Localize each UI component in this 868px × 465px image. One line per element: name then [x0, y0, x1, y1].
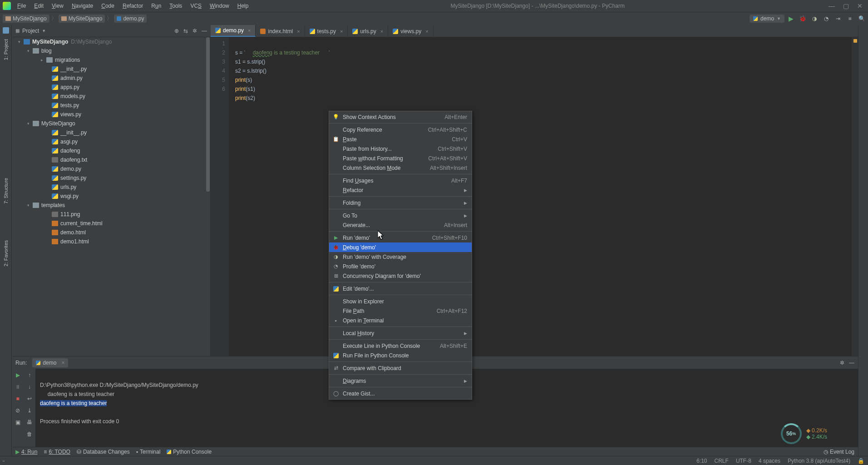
menu-edit[interactable]: Edit	[30, 1, 47, 11]
debug-button[interactable]: 🐞	[799, 15, 806, 22]
context-menu-item[interactable]: 💡Show Context ActionsAlt+Enter	[329, 112, 472, 122]
tree-item[interactable]: ▸migrations	[12, 55, 210, 64]
chevron-down-icon[interactable]: ▼	[42, 29, 46, 33]
scrollbar-thumb[interactable]	[206, 37, 210, 192]
tree-scrollbar[interactable]	[206, 37, 210, 356]
context-menu-item[interactable]: File PathCtrl+Alt+F12	[329, 306, 472, 316]
tool-favorites[interactable]: 2: Favorites	[3, 238, 9, 268]
tab-python-console[interactable]: Python Console	[167, 449, 212, 455]
editor-tab[interactable]: index.html×	[256, 26, 305, 37]
menu-navigate[interactable]: Navigate	[68, 1, 97, 11]
context-menu-item[interactable]: Refactor▶	[329, 185, 472, 195]
tree-item[interactable]: tests.py	[12, 101, 210, 110]
context-menu-item[interactable]: Execute Line in Python ConsoleAlt+Shift+…	[329, 341, 472, 351]
resume-icon[interactable]: ⏸	[14, 383, 21, 391]
menu-vcs[interactable]: VCS	[187, 1, 205, 11]
tool-project[interactable]: 1: Project	[3, 37, 9, 62]
delete-icon[interactable]: 🗑	[26, 430, 33, 438]
context-menu-item[interactable]: Find UsagesAlt+F7	[329, 176, 472, 185]
editor-tab[interactable]: views.py×	[388, 26, 433, 37]
status-indent[interactable]: 4 spaces	[759, 458, 780, 464]
scroll-end-icon[interactable]: ⤓	[26, 407, 33, 414]
warning-marker[interactable]	[853, 39, 857, 43]
menu-code[interactable]: Code	[98, 1, 118, 11]
coverage-button[interactable]: ◑	[811, 15, 818, 22]
attach-button[interactable]: ⇥	[834, 15, 842, 22]
soft-wrap-icon[interactable]: ↩	[26, 395, 33, 402]
context-menu-item[interactable]: ▪Open in Terminal	[329, 316, 472, 325]
breadcrumb-root[interactable]: MySiteDjango	[3, 15, 49, 23]
hide-icon[interactable]: —	[849, 360, 854, 366]
editor-tab[interactable]: urls.py×	[348, 26, 388, 37]
hide-icon[interactable]: —	[202, 28, 207, 34]
rerun-icon[interactable]: ▶	[14, 371, 21, 379]
tree-arrow-icon[interactable]: ▸	[41, 58, 46, 62]
lock-icon[interactable]: 🔒	[858, 458, 864, 464]
context-menu-item[interactable]: Run File in Python Console	[329, 351, 472, 360]
run-tab-demo[interactable]: demo ×	[32, 358, 68, 367]
editor-tab[interactable]: tests.py×	[305, 26, 348, 37]
status-interpreter[interactable]: Python 3.8 (apiAutoTest4)	[788, 458, 850, 464]
chevron-down-icon[interactable]: ▾	[18, 40, 24, 44]
tab-event-log[interactable]: ◷Event Log	[824, 449, 854, 455]
tree-item[interactable]: ▾templates	[12, 201, 210, 210]
run-button[interactable]: ▶	[787, 15, 794, 22]
tree-item[interactable]: current_time.html	[12, 219, 210, 228]
context-menu-item[interactable]: ◔Profile 'demo'	[329, 262, 472, 271]
tree-item[interactable]: __init__.py	[12, 128, 210, 137]
tree-arrow-icon[interactable]: ▾	[27, 121, 33, 126]
tree-item[interactable]: settings.py	[12, 173, 210, 183]
close-icon[interactable]: ×	[297, 29, 300, 34]
locate-icon[interactable]: ⊕	[174, 28, 179, 34]
context-menu-item[interactable]: ▶Run 'demo'Ctrl+Shift+F10	[329, 233, 472, 242]
context-menu-item[interactable]: ⇄Compare with Clipboard	[329, 363, 472, 373]
tree-item[interactable]: ▾blog	[12, 46, 210, 55]
gear-icon[interactable]: ✲	[840, 360, 844, 366]
context-menu-item[interactable]: Local History▶	[329, 328, 472, 338]
context-menu-item[interactable]: Go To▶	[329, 211, 472, 220]
gear-icon[interactable]: ✲	[192, 28, 197, 34]
menu-run[interactable]: Run	[148, 1, 165, 11]
menu-window[interactable]: Window	[206, 1, 233, 11]
search-everywhere-icon[interactable]: 🔍	[858, 15, 865, 22]
menu-refactor[interactable]: Refactor	[119, 1, 147, 11]
tool-structure[interactable]: 7: Structure	[3, 176, 9, 206]
maximize-icon[interactable]: ▢	[843, 2, 849, 10]
tree-item[interactable]: ▾MySiteDjango	[12, 119, 210, 128]
editor-tab[interactable]: demo.py×	[211, 25, 256, 37]
status-eol[interactable]: CRLF	[715, 458, 729, 464]
close-icon[interactable]: ×	[425, 29, 428, 34]
context-menu-item[interactable]: ◑Run 'demo' with Coverage	[329, 252, 472, 262]
tool-windows-icon[interactable]: ▫	[3, 458, 5, 464]
tab-run[interactable]: ▶4: Run	[15, 449, 37, 455]
context-menu-item[interactable]: Folding▶	[329, 198, 472, 208]
tree-item[interactable]: wsgi.py	[12, 192, 210, 201]
stop-button[interactable]: ■	[846, 15, 853, 22]
context-menu-item[interactable]: Column Selection ModeAlt+Shift+Insert	[329, 163, 472, 173]
context-menu-item[interactable]: Paste without FormattingCtrl+Alt+Shift+V	[329, 153, 472, 163]
stop-icon[interactable]: ■	[14, 395, 21, 402]
tree-item[interactable]: apps.py	[12, 83, 210, 92]
tree-item[interactable]: urls.py	[12, 183, 210, 192]
status-encoding[interactable]: UTF-8	[736, 458, 751, 464]
layout-icon[interactable]: ▣	[14, 419, 21, 426]
context-menu-item[interactable]: ◯Create Gist...	[329, 389, 472, 398]
menu-help[interactable]: Help	[234, 1, 252, 11]
tab-todo[interactable]: ≡6: TODO	[44, 449, 70, 455]
context-menu-item[interactable]: ⊞Concurrency Diagram for 'demo'	[329, 271, 472, 281]
tree-item[interactable]: admin.py	[12, 74, 210, 83]
code-area[interactable]: s = ' daofeng is a testing teacher ' s1 …	[229, 37, 852, 356]
breadcrumb-file[interactable]: demo.py	[114, 15, 147, 23]
profile-button[interactable]: ◔	[823, 15, 830, 22]
editor-marker-bar[interactable]	[852, 37, 858, 356]
menu-tools[interactable]: Tools	[166, 1, 186, 11]
tree-item[interactable]: daofeng	[12, 146, 210, 155]
menu-view[interactable]: View	[48, 1, 67, 11]
breadcrumb-module[interactable]: MySiteDjango	[59, 15, 105, 23]
close-icon[interactable]: ✕	[857, 2, 863, 10]
context-menu-item[interactable]: Show in Explorer	[329, 297, 472, 306]
tree-item[interactable]: demo.py	[12, 164, 210, 173]
context-menu-item[interactable]: 🐞Debug 'demo'	[329, 242, 472, 252]
up-icon[interactable]: ↑	[26, 371, 33, 379]
tab-terminal[interactable]: ▪Terminal	[136, 449, 161, 455]
